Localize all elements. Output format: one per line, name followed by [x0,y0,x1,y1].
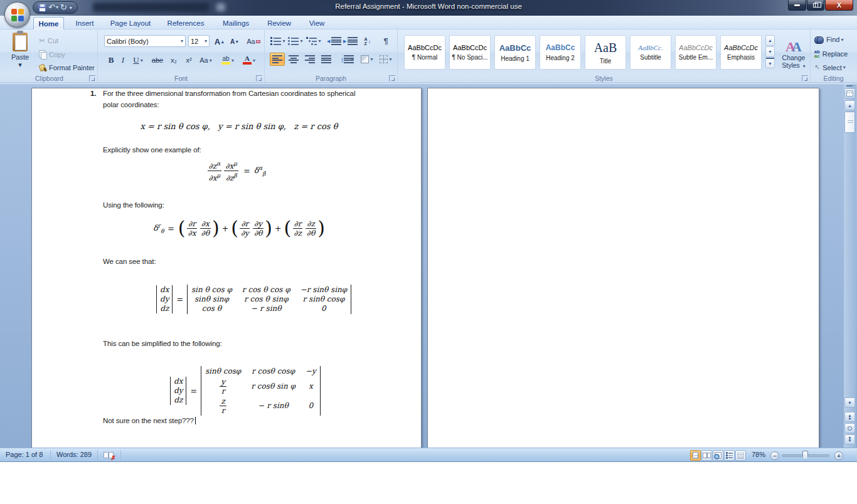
next-page-button[interactable]: ▼▼ [844,434,855,444]
decrease-indent-button[interactable]: ◀ [325,34,340,48]
draft-view-button[interactable] [735,450,746,461]
save-button[interactable] [38,4,46,12]
tab-view[interactable]: View [302,17,331,29]
shading-button[interactable]: ▾ [359,53,375,66]
highlight-button[interactable]: ab ▾ [218,54,237,66]
styles-scroll-down-button[interactable]: ▼ [765,46,775,57]
align-center-button[interactable] [286,53,301,66]
change-styles-button[interactable]: AA Change Styles ▾ [778,35,809,74]
increase-indent-button[interactable]: ▶ [341,34,356,48]
paste-button[interactable]: Paste ▾ [6,33,34,74]
previous-page-button[interactable]: ▲▲ [844,412,855,422]
minimize-button[interactable] [788,0,806,11]
font-name-combo[interactable]: Calibri (Body)▾ [104,35,186,47]
numbering-button[interactable]: ▾ [287,34,304,48]
print-layout-view-button[interactable] [690,450,701,461]
paste-label: Paste [11,53,29,61]
superscript-button[interactable]: x² [182,54,196,66]
group-clipboard: Paste ▾ ✂ Cut Copy Format Painter Clipbo… [1,30,98,83]
style-heading-2[interactable]: AaBbCc Heading 2 [540,35,581,70]
change-case-button[interactable]: Aa▾ [197,54,215,66]
tab-home[interactable]: Home [33,17,64,29]
vertical-scrollbar[interactable]: ▲ ▼ ▲▲ ▼▼ [844,84,856,448]
font-color-button[interactable]: A ▾ [240,54,258,66]
eraser-icon [256,40,260,43]
italic-button[interactable]: I [118,54,128,66]
scroll-down-button[interactable]: ▼ [844,397,855,407]
close-button[interactable]: X [825,0,853,11]
cut-button[interactable]: ✂ Cut [39,36,58,45]
increase-indent-icon: ▶ [343,37,354,45]
restore-button[interactable] [807,0,824,11]
style-normal[interactable]: AaBbCcDc ¶ Normal [404,35,445,70]
style-emphasis[interactable]: AaBbCcDc Emphasis [720,35,762,70]
styles-scroll-up-button[interactable]: ▲ [765,35,775,46]
align-left-button[interactable] [270,53,285,66]
undo-button[interactable]: ↶▾ [48,3,58,13]
strikethrough-button[interactable]: abe [149,54,166,66]
align-right-button[interactable] [302,53,317,66]
numbering-icon [288,37,299,45]
document-page-2[interactable] [427,88,819,448]
zoom-slider-thumb[interactable] [802,451,808,460]
line-spacing-button[interactable]: ↕ ▾ [338,53,356,66]
web-layout-view-button[interactable] [713,450,723,461]
paste-dropdown[interactable]: ▾ [18,61,22,69]
zoom-out-button[interactable]: – [770,451,779,460]
borders-button[interactable]: ▾ [378,53,394,66]
show-hide-pilcrow-button[interactable]: ¶ [379,34,393,48]
bold-button[interactable]: B [105,54,117,66]
replace-button[interactable]: abac Replace [814,50,848,58]
office-button[interactable] [4,2,30,28]
tab-insert[interactable]: Insert [69,17,100,29]
zoom-in-button[interactable]: + [834,451,843,460]
style-no-spacing[interactable]: AaBbCcDc ¶ No Spaci... [449,35,491,70]
zoom-level[interactable]: 78% [752,451,765,458]
view-ruler-button[interactable] [844,88,855,98]
find-icon [814,36,824,43]
decrease-indent-icon: ◀ [327,37,338,45]
outline-view-button[interactable] [724,450,735,461]
group-label-font: Font [98,75,264,82]
proofing-status-button[interactable]: ✗ [104,451,114,459]
grow-font-button[interactable]: A▲ [213,35,226,48]
format-painter-button[interactable]: Format Painter [39,64,95,71]
style-heading-1[interactable]: AaBbCc Heading 1 [494,35,536,70]
shrink-font-button[interactable]: A▼ [228,35,242,48]
copy-button[interactable]: Copy [39,50,65,58]
style-subtle-emphasis[interactable]: AaBbCcDc Subtle Em... [675,35,716,70]
select-browse-object-button[interactable] [844,423,855,433]
paragraph-dialog-launcher[interactable] [389,75,395,81]
split-handle[interactable] [846,85,853,87]
style-subtitle[interactable]: AaBbCc. Subtitle [630,35,671,70]
select-button[interactable]: ↖ Select▾ [814,63,846,71]
styles-dialog-launcher[interactable] [802,75,808,81]
word-count[interactable]: Words: 289 [56,451,92,458]
sort-button[interactable]: AZ ↓ [359,34,376,48]
tab-references[interactable]: References [161,17,211,29]
undo-dropdown[interactable]: ▾ [56,3,58,13]
find-button[interactable]: Find▾ [814,36,843,43]
scroll-thumb[interactable] [844,112,855,133]
clear-formatting-button[interactable]: Aa [246,35,261,48]
styles-more-button[interactable]: ▼ [765,58,775,68]
redo-button[interactable]: ↻ [60,3,67,13]
page-indicator[interactable]: Page: 1 of 8 [6,451,43,458]
multilevel-list-button[interactable]: ▾ [305,34,322,48]
bullets-button[interactable]: ▾ [270,34,286,48]
scroll-up-button[interactable]: ▲ [844,100,855,110]
clipboard-dialog-launcher[interactable] [89,75,95,81]
justify-button[interactable] [319,53,334,66]
font-size-combo[interactable]: 12▾ [188,35,210,47]
document-page-1[interactable]: 1. For the three dimensional transformat… [31,88,422,448]
full-screen-reading-view-button[interactable] [701,450,712,461]
tab-page-layout[interactable]: Page Layout [105,17,156,29]
qat-customize-button[interactable]: ▾ [70,5,72,11]
draft-view-icon [737,452,744,459]
style-title[interactable]: AaB Title [585,35,626,70]
tab-mailings[interactable]: Mailings [216,17,256,29]
subscript-button[interactable]: x₂ [167,54,181,66]
tab-review[interactable]: Review [261,17,297,29]
underline-button[interactable]: U▾ [129,54,147,66]
font-dialog-launcher[interactable] [256,75,262,81]
